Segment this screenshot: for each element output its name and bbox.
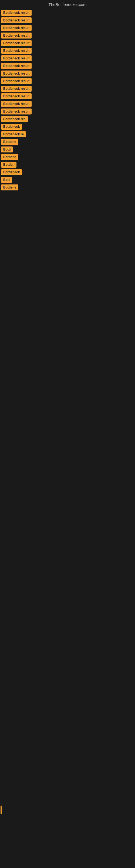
- list-item: Bottleneck result: [1, 18, 134, 23]
- list-item: Bottleneck result: [1, 33, 134, 38]
- bottleneck-badge: Bottleneck re: [1, 131, 26, 137]
- bottleneck-badge: Bottleneck res: [1, 116, 28, 122]
- bottleneck-badge: Bottleneck: [1, 169, 22, 175]
- bottleneck-badge: Bottlene: [1, 139, 18, 145]
- bottleneck-badge: Bottleneck result: [1, 55, 32, 61]
- bottom-indicator: [1, 806, 2, 814]
- bottleneck-badge: Bottlen: [1, 162, 16, 167]
- bottleneck-badge: Bottlene: [1, 184, 18, 190]
- list-item: Bottlene: [1, 184, 134, 190]
- bottleneck-badge: Bottleneck result: [1, 33, 32, 38]
- bottleneck-badge: Bottleneck result: [1, 10, 32, 16]
- list-item: Bottleneck res: [1, 116, 134, 122]
- bottleneck-badge: Bottleneck result: [1, 108, 32, 115]
- list-item: Bottl: [1, 147, 134, 152]
- list-item: Bottleneck result: [1, 101, 134, 107]
- list-item: Bottleneck: [1, 124, 134, 130]
- list-item: Bottleneck result: [1, 25, 134, 31]
- list-item: Bottleneck result: [1, 86, 134, 92]
- list-item: Bott: [1, 177, 134, 183]
- bottleneck-badge: Bott: [1, 177, 12, 183]
- site-title: TheBottlenecker.com: [49, 2, 87, 7]
- bottleneck-badge: Bottleneck result: [1, 18, 32, 23]
- site-header: TheBottlenecker.com: [0, 0, 135, 8]
- bottleneck-badge: Bottleneck result: [1, 101, 32, 107]
- list-item: Bottlene: [1, 154, 134, 160]
- bottleneck-badge: Bottleneck result: [1, 93, 32, 99]
- list-item: Bottlen: [1, 162, 134, 167]
- list-item: Bottleneck result: [1, 70, 134, 76]
- bottleneck-badge: Bottleneck result: [1, 48, 32, 54]
- list-item: Bottleneck re: [1, 131, 134, 137]
- list-item: Bottleneck result: [1, 40, 134, 46]
- list-item: Bottleneck result: [1, 55, 134, 61]
- list-item: Bottlene: [1, 139, 134, 145]
- list-item: Bottleneck result: [1, 108, 134, 115]
- bottleneck-badge: Bottleneck: [1, 124, 22, 130]
- bottleneck-badge: Bottleneck result: [1, 86, 32, 92]
- list-item: Bottleneck result: [1, 10, 134, 16]
- bottleneck-badge: Bottleneck result: [1, 40, 32, 46]
- list-item: Bottleneck result: [1, 93, 134, 99]
- bottleneck-badge: Bottl: [1, 147, 13, 152]
- list-item: Bottleneck: [1, 169, 134, 175]
- bottleneck-badge: Bottleneck result: [1, 63, 32, 69]
- list-item: Bottleneck result: [1, 48, 134, 54]
- bottleneck-badge: Bottleneck result: [1, 70, 32, 76]
- bottleneck-badge: Bottlene: [1, 154, 18, 160]
- list-item: Bottleneck result: [1, 63, 134, 69]
- list-item: Bottleneck result: [1, 78, 134, 84]
- bottleneck-list: Bottleneck resultBottleneck resultBottle…: [0, 10, 135, 190]
- bottleneck-badge: Bottleneck result: [1, 25, 32, 31]
- bottleneck-badge: Bottleneck result: [1, 78, 32, 84]
